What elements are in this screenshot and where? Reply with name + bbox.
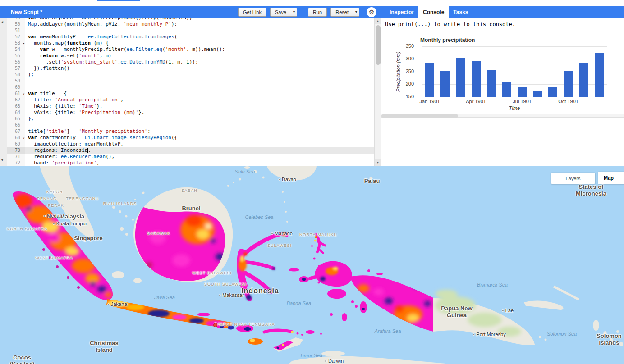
map-type-satellite-button[interactable]: Satellite <box>619 172 624 184</box>
save-button[interactable]: Save <box>270 8 291 17</box>
code-line-69[interactable]: 69 imageCollection: meanMonthlyP, <box>7 141 374 147</box>
bar-Dec-1901 <box>595 53 604 97</box>
bar-Jun-1901 <box>502 82 511 97</box>
y-tick-label: 200 <box>398 81 414 86</box>
bar-Sep-1901 <box>548 87 557 97</box>
line-number: 60 <box>7 84 25 91</box>
browser-artifact <box>97 0 140 1</box>
code-line-52[interactable]: 52var meanMonthlyP = ee.ImageCollection.… <box>7 34 374 40</box>
x-tick-label: Jan 1901 <box>415 99 444 104</box>
console-hint: Use print(...) to write to this console. <box>381 18 624 31</box>
editor-toolbar: Get Link Save ▾ Run Reset ▾ ⚙ <box>238 7 381 17</box>
code-line-51[interactable]: 51 <box>7 27 374 34</box>
editor-body: ◂ ▾ 49var monthlyMean = monthlyPrecip.me… <box>0 18 381 166</box>
map-canvas[interactable]: Sulu SeaCelebes SeaJava SeaBanda SeaTimo… <box>0 166 624 364</box>
reset-button[interactable]: Reset <box>330 8 353 17</box>
bougainville <box>593 320 599 331</box>
code-lines: 49var monthlyMean = monthlyPrecip.mean()… <box>7 18 374 166</box>
tab-tasks[interactable]: Tasks <box>449 6 473 18</box>
code-fold-icon[interactable]: ▾ <box>23 91 25 97</box>
code-line-49[interactable]: 49var monthlyMean = monthlyPrecip.mean()… <box>7 18 374 21</box>
line-number: 72 <box>7 160 25 166</box>
code-line-54[interactable]: 54 var w = monthlyPrecip.filter(ee.Filte… <box>7 46 374 53</box>
code-line-53[interactable]: 53▾ months.map(function (m) { <box>7 40 374 46</box>
code-line-66[interactable]: 66 <box>7 122 374 128</box>
line-number: 49 <box>7 18 25 21</box>
code-fold-icon[interactable]: ▾ <box>23 135 25 141</box>
line-number: 64 <box>7 109 25 116</box>
scrollbar-thumb[interactable] <box>376 25 381 65</box>
code-line-67[interactable]: 67title['title'] = 'Monthly precipitatio… <box>7 128 374 135</box>
tab-inspector[interactable]: Inspector <box>385 6 418 18</box>
x-tick-label: Jul 1901 <box>508 99 537 104</box>
code-line-70[interactable]: 70 regions: Indonesia, <box>7 147 374 154</box>
code-line-59[interactable]: 59 <box>7 78 374 84</box>
line-number: 59 <box>7 78 25 84</box>
x-tick-label: Apr 1901 <box>462 99 491 104</box>
map-image[interactable] <box>0 166 624 364</box>
code-line-68[interactable]: 68▾var chartMonthly = ui.Chart.image.ser… <box>7 135 374 141</box>
code-line-72[interactable]: 72 band: 'precipitation', <box>7 160 374 166</box>
code-line-61[interactable]: 61▾var title = { <box>7 91 374 97</box>
chart-x-axis-title: Time <box>500 105 529 111</box>
editor-scrollbar[interactable]: ▲ ▼ <box>374 18 381 166</box>
bar-Nov-1901 <box>579 63 588 97</box>
line-number: 54 <box>7 46 25 53</box>
left-panel-collapsed-strip[interactable]: ◂ ▾ <box>0 18 7 166</box>
chart-title: Monthly precipitation <box>420 37 475 43</box>
code-line-56[interactable]: 56 .set('system:time_start',ee.Date.from… <box>7 59 374 65</box>
layers-button[interactable]: Layers <box>551 173 595 184</box>
code-line-71[interactable]: 71 reducer: ee.Reducer.mean(), <box>7 154 374 160</box>
line-number: 69 <box>7 141 25 147</box>
christmas-island <box>101 341 105 343</box>
code-line-62[interactable]: 62 title: 'Annual precipitation', <box>7 97 374 103</box>
code-line-65[interactable]: 65}; <box>7 116 374 122</box>
map-marker[interactable] <box>213 323 217 327</box>
expand-left-panel-icon[interactable]: ◂ <box>1 20 3 24</box>
console-panel: InspectorConsoleTasks Use print(...) to … <box>381 6 624 166</box>
code-line-63[interactable]: 63 hAxis: {title: 'Time'}, <box>7 103 374 109</box>
code-line-64[interactable]: 64 vAxis: {title: 'Precipitation (mm)'}, <box>7 109 374 116</box>
precipitation-chart: Monthly precipitation Precipitation (mm)… <box>381 34 624 133</box>
code-fold-icon[interactable]: ▾ <box>23 41 25 47</box>
reset-dropdown-icon[interactable]: ▾ <box>353 8 359 17</box>
line-number: 71 <box>7 154 25 160</box>
console-body: Use print(...) to write to this console.… <box>381 18 624 166</box>
line-number: 68▾ <box>7 135 25 141</box>
line-number: 50 <box>7 21 25 27</box>
code-line-60[interactable]: 60 <box>7 84 374 91</box>
bar-Mar-1901 <box>456 58 465 97</box>
line-number: 63 <box>7 103 25 109</box>
y-tick-label: 250 <box>398 68 414 74</box>
map-type-map-button[interactable]: Map <box>598 172 619 184</box>
line-number: 61▾ <box>7 91 25 97</box>
bar-Feb-1901 <box>440 71 450 97</box>
y-tick-label: 350 <box>398 43 414 49</box>
code-line-55[interactable]: 55 return w.set('month', m) <box>7 53 374 59</box>
run-button[interactable]: Run <box>308 8 327 17</box>
console-scrollbar[interactable] <box>381 114 624 118</box>
get-link-button[interactable]: Get Link <box>238 8 266 17</box>
line-number: 58 <box>7 72 25 78</box>
gridline <box>422 59 607 59</box>
scroll-down-icon[interactable]: ▼ <box>375 159 381 166</box>
code-line-50[interactable]: 50Map.addLayer(monthlyMean, pViz, 'mean … <box>7 21 374 27</box>
palau-island <box>370 177 372 180</box>
gridline <box>422 46 607 47</box>
code-editor-panel: New Script * Get Link Save ▾ Run Reset ▾… <box>0 6 381 166</box>
y-tick-label: 300 <box>398 56 414 61</box>
scroll-up-icon[interactable]: ▲ <box>375 18 381 24</box>
bar-Aug-1901 <box>533 91 542 97</box>
singapore-island <box>88 234 92 236</box>
line-number: 55 <box>7 53 25 59</box>
settings-gear-icon[interactable]: ⚙ <box>367 7 376 17</box>
line-number: 51 <box>7 27 25 34</box>
code-line-58[interactable]: 58); <box>7 72 374 78</box>
code-editor[interactable]: 49var monthlyMean = monthlyPrecip.mean()… <box>7 18 374 166</box>
code-line-57[interactable]: 57 }).flatten() <box>7 65 374 72</box>
script-title: New Script * <box>11 9 42 15</box>
line-number: 67 <box>7 128 25 135</box>
tab-console[interactable]: Console <box>418 6 449 18</box>
save-dropdown-icon[interactable]: ▾ <box>291 8 297 17</box>
collapse-bottom-icon[interactable]: ▾ <box>1 158 3 162</box>
